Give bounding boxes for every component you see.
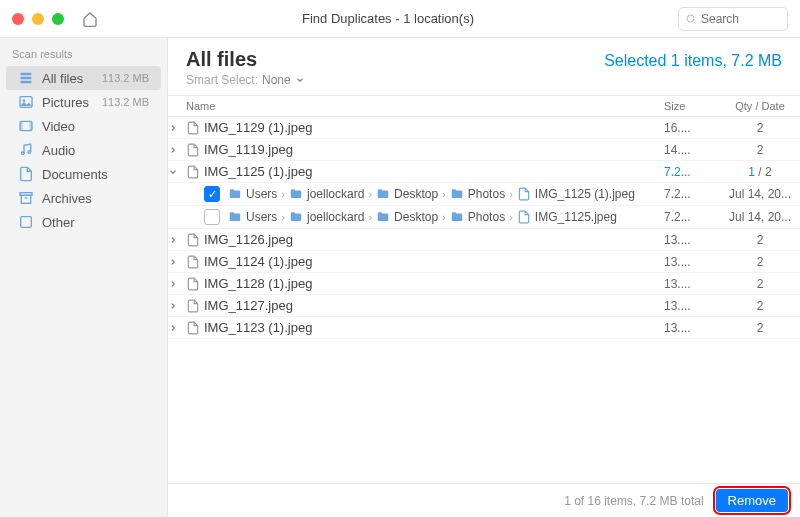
path-segment: Photos xyxy=(468,210,505,224)
breadcrumb-separator: › xyxy=(368,211,372,223)
file-size: 14.... xyxy=(664,143,720,157)
close-button[interactable] xyxy=(12,13,24,25)
path-row[interactable]: Users›joellockard›Desktop›Photos›IMG_112… xyxy=(168,206,800,229)
chevron-right-icon[interactable] xyxy=(168,301,186,311)
file-name: IMG_1125 (1).jpeg xyxy=(204,164,664,179)
col-size[interactable]: Size xyxy=(664,100,720,112)
sidebar-item-documents[interactable]: Documents xyxy=(6,162,161,186)
file-icon xyxy=(186,277,204,291)
file-name: IMG_1128 (1).jpeg xyxy=(204,276,664,291)
file-qty: 2 xyxy=(720,121,800,135)
chevron-right-icon[interactable] xyxy=(168,323,186,333)
archive-icon xyxy=(18,190,34,206)
svg-point-6 xyxy=(23,99,26,102)
sidebar-item-video[interactable]: Video xyxy=(6,114,161,138)
file-size: 13.... xyxy=(664,299,720,313)
file-name: IMG_1127.jpeg xyxy=(204,298,664,313)
file-table: Name Size Qty / Date IMG_1129 (1).jpeg 1… xyxy=(168,95,800,483)
file-qty: 2 xyxy=(720,277,800,291)
path-segment: Desktop xyxy=(394,187,438,201)
breadcrumb-separator: › xyxy=(368,188,372,200)
table-row[interactable]: IMG_1123 (1).jpeg 13.... 2 xyxy=(168,317,800,339)
svg-rect-2 xyxy=(21,73,32,76)
file-name: IMG_1129 (1).jpeg xyxy=(204,120,664,135)
sidebar-item-size: 113.2 MB xyxy=(102,72,149,84)
picture-icon xyxy=(18,94,34,110)
footer: 1 of 16 items, 7.2 MB total Remove xyxy=(168,483,800,517)
page-title: All files xyxy=(186,48,257,71)
checkbox[interactable] xyxy=(204,209,220,225)
sidebar-item-label: Archives xyxy=(42,191,141,206)
table-row[interactable]: IMG_1119.jpeg 14.... 2 xyxy=(168,139,800,161)
col-name[interactable]: Name xyxy=(168,100,664,112)
file-size: 13.... xyxy=(664,277,720,291)
selection-summary: Selected 1 items, 7.2 MB xyxy=(604,52,782,70)
file-name: IMG_1123 (1).jpeg xyxy=(204,320,664,335)
chevron-right-icon[interactable] xyxy=(168,123,186,133)
search-field[interactable] xyxy=(678,7,788,31)
file-icon xyxy=(186,233,204,247)
folder-icon xyxy=(450,210,464,224)
sidebar-item-size: 113.2 MB xyxy=(102,96,149,108)
table-row[interactable]: IMG_1125 (1).jpeg 7.2... 1 / 2 xyxy=(168,161,800,183)
sidebar-item-all-files[interactable]: All files 113.2 MB xyxy=(6,66,161,90)
sidebar-item-label: Pictures xyxy=(42,95,94,110)
table-row[interactable]: IMG_1128 (1).jpeg 13.... 2 xyxy=(168,273,800,295)
sidebar-item-label: Video xyxy=(42,119,141,134)
folder-icon xyxy=(289,210,303,224)
path-date: Jul 14, 20... xyxy=(720,210,800,224)
path-size: 7.2... xyxy=(664,210,720,224)
remove-button[interactable]: Remove xyxy=(716,489,788,512)
sidebar: Scan results All files 113.2 MB Pictures… xyxy=(0,38,168,517)
table-row[interactable]: IMG_1127.jpeg 13.... 2 xyxy=(168,295,800,317)
file-qty: 2 xyxy=(720,255,800,269)
search-input[interactable] xyxy=(701,12,771,26)
sidebar-item-pictures[interactable]: Pictures 113.2 MB xyxy=(6,90,161,114)
sidebar-item-label: All files xyxy=(42,71,94,86)
video-icon xyxy=(18,118,34,134)
folder-icon xyxy=(450,187,464,201)
path-row[interactable]: ✓ Users›joellockard›Desktop›Photos›IMG_1… xyxy=(168,183,800,206)
chevron-down-icon[interactable] xyxy=(168,167,186,177)
smart-select[interactable]: Smart Select: None xyxy=(168,73,800,95)
sidebar-item-archives[interactable]: Archives xyxy=(6,186,161,210)
chevron-right-icon[interactable] xyxy=(168,235,186,245)
checkbox[interactable]: ✓ xyxy=(204,186,220,202)
minimize-button[interactable] xyxy=(32,13,44,25)
svg-point-0 xyxy=(687,15,694,22)
path-date: Jul 14, 20... xyxy=(720,187,800,201)
file-icon xyxy=(517,187,531,201)
path-segment: Photos xyxy=(468,187,505,201)
table-header: Name Size Qty / Date xyxy=(168,96,800,117)
chevron-right-icon[interactable] xyxy=(168,257,186,267)
chevron-down-icon xyxy=(295,75,305,85)
file-icon xyxy=(186,299,204,313)
window-title: Find Duplicates - 1 location(s) xyxy=(98,11,678,26)
file-icon xyxy=(186,121,204,135)
svg-rect-3 xyxy=(21,77,32,80)
file-qty: 2 xyxy=(720,299,800,313)
breadcrumb-separator: › xyxy=(281,188,285,200)
smart-select-label: Smart Select: xyxy=(186,73,258,87)
window-controls xyxy=(12,13,64,25)
folder-icon xyxy=(228,210,242,224)
sidebar-item-label: Audio xyxy=(42,143,141,158)
path-segment: IMG_1125 (1).jpeg xyxy=(535,187,635,201)
maximize-button[interactable] xyxy=(52,13,64,25)
breadcrumb-separator: › xyxy=(281,211,285,223)
sidebar-item-audio[interactable]: Audio xyxy=(6,138,161,162)
sidebar-item-other[interactable]: Other xyxy=(6,210,161,234)
col-qty[interactable]: Qty / Date xyxy=(720,100,800,112)
table-row[interactable]: IMG_1129 (1).jpeg 16.... 2 xyxy=(168,117,800,139)
path-segment: joellockard xyxy=(307,187,364,201)
chevron-right-icon[interactable] xyxy=(168,279,186,289)
audio-icon xyxy=(18,142,34,158)
table-row[interactable]: IMG_1124 (1).jpeg 13.... 2 xyxy=(168,251,800,273)
breadcrumb: Users›joellockard›Desktop›Photos›IMG_112… xyxy=(228,187,664,201)
table-row[interactable]: IMG_1126.jpeg 13.... 2 xyxy=(168,229,800,251)
other-icon xyxy=(18,214,34,230)
chevron-right-icon[interactable] xyxy=(168,145,186,155)
home-icon[interactable] xyxy=(82,11,98,27)
path-size: 7.2... xyxy=(664,187,720,201)
file-size: 13.... xyxy=(664,255,720,269)
